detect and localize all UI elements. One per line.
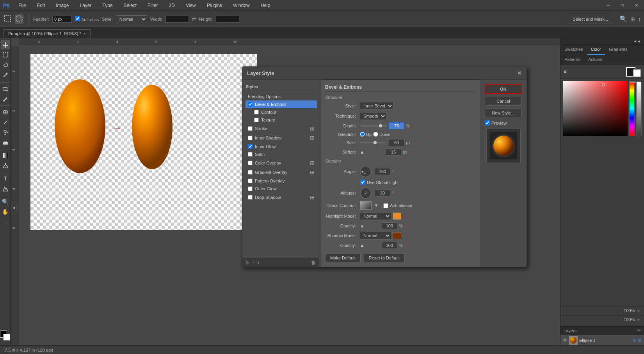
highlight-color-swatch[interactable]	[393, 213, 401, 220]
highlight-opacity-form-label: Opacity:	[325, 223, 358, 228]
contour-checkbox[interactable]	[254, 110, 259, 114]
reset-default-btn[interactable]: Reset to Default	[364, 254, 405, 262]
outer-glow-item[interactable]: Outer Glow	[246, 185, 317, 193]
contour-item[interactable]: Contour	[246, 108, 317, 116]
bevel-settings-panel: Bevel & Emboss Structure Style: Inner Be…	[320, 80, 480, 267]
angle-form-label: Angle:	[325, 169, 358, 174]
color-overlay-checkbox[interactable]	[248, 161, 253, 165]
highlight-opacity-row: Opacity: ▲ % ←	[325, 222, 475, 229]
altitude-input[interactable]	[375, 190, 390, 197]
highlight-opacity-triangle[interactable]: ▲	[360, 223, 365, 229]
highlight-opacity-unit: %	[399, 223, 403, 228]
dialog-close-btn[interactable]: ✕	[517, 70, 522, 76]
outer-glow-checkbox[interactable]	[248, 186, 253, 191]
shadow-opacity-triangle[interactable]: ▲	[360, 243, 365, 248]
size-input[interactable]	[389, 139, 404, 146]
fx-label: fx	[246, 260, 249, 265]
direction-up-radio[interactable]: Up	[360, 132, 372, 137]
stroke-checkbox[interactable]	[248, 126, 253, 131]
shadow-mode-row: Shadow Mode: Normal ←	[325, 232, 475, 240]
direction-down-radio[interactable]: Down	[373, 132, 390, 137]
soften-slider-container: ▲	[360, 149, 365, 155]
color-overlay-add-icon[interactable]: ⊞	[310, 160, 315, 166]
direction-row: Direction: Up Down	[325, 132, 475, 137]
size-slider[interactable]	[360, 142, 387, 143]
cancel-button[interactable]: Cancel	[485, 97, 522, 105]
depth-input[interactable]	[389, 122, 404, 129]
styles-header: Styles	[246, 83, 317, 91]
direction-form-label: Direction:	[325, 132, 358, 137]
dialog-title: Layer Style	[247, 70, 274, 76]
drop-shadow-add-icon[interactable]: ⊞	[310, 194, 315, 200]
depth-slider[interactable]	[360, 125, 387, 127]
size-unit: px	[406, 140, 411, 145]
fx-bar: fx ↑ ↓ 🗑	[242, 258, 319, 267]
stroke-item[interactable]: Stroke ⊞	[246, 124, 317, 133]
shadow-opacity-form-label: Opacity:	[325, 243, 358, 248]
gloss-contour-preview[interactable]	[360, 201, 372, 210]
preview-checkbox-container: Preview	[485, 120, 522, 125]
pattern-overlay-item[interactable]: Pattern Overlay	[246, 177, 317, 185]
altitude-form-label: Altitude:	[325, 191, 358, 195]
inner-shadow-checkbox[interactable]	[248, 136, 253, 140]
new-style-button[interactable]: New Style...	[485, 109, 522, 117]
layer-style-dialog: Layer Style ✕ Styles Blending Options Be…	[242, 66, 527, 267]
highlight-opacity-input[interactable]	[382, 222, 397, 229]
highlight-mode-form-label: Highlight Mode:	[325, 214, 358, 218]
fx-remove-icon[interactable]: ↓	[258, 260, 260, 265]
depth-form-label: Depth:	[325, 123, 358, 128]
drop-shadow-checkbox[interactable]	[248, 195, 253, 200]
bevel-emboss-item[interactable]: Bevel & Emboss	[246, 100, 317, 108]
dialog-action-buttons: OK Cancel New Style... Preview	[480, 80, 527, 267]
anti-aliased-label[interactable]: Anti-aliased	[383, 203, 412, 208]
angle-input[interactable]	[375, 168, 390, 175]
global-light-checkbox[interactable]	[360, 180, 365, 185]
stroke-add-icon[interactable]: ⊞	[310, 125, 315, 132]
ok-button[interactable]: OK	[485, 84, 522, 94]
depth-row: Depth: % ←	[325, 122, 475, 129]
inner-glow-checkbox[interactable]	[248, 144, 253, 149]
bevel-style-select[interactable]: Inner Bevel	[360, 102, 393, 110]
technique-select[interactable]: Smooth	[360, 112, 386, 120]
shadow-opacity-unit: %	[399, 243, 403, 248]
depth-arrow: ←	[413, 123, 418, 129]
altitude-circle[interactable]	[360, 187, 372, 199]
pattern-overlay-checkbox[interactable]	[248, 179, 253, 183]
inner-shadow-item[interactable]: Inner Shadow ⊞	[246, 133, 317, 143]
fx-delete-icon[interactable]: 🗑	[311, 260, 316, 265]
satin-checkbox[interactable]	[248, 152, 253, 157]
texture-item[interactable]: Texture	[246, 116, 317, 124]
soften-input[interactable]	[386, 148, 401, 156]
altitude-arrow: ←	[397, 190, 402, 196]
fx-add-icon[interactable]: ↑	[252, 260, 254, 265]
soften-row: Soften: ▲ px ←	[325, 148, 475, 156]
satin-item[interactable]: Satin	[246, 150, 317, 158]
angle-circle[interactable]	[360, 166, 372, 177]
gradient-overlay-item[interactable]: Gradient Overlay ⊞	[246, 168, 317, 177]
gloss-dropdown-icon[interactable]: ▼	[374, 203, 379, 208]
shading-section: Shading	[325, 159, 475, 163]
make-default-btn[interactable]: Make Default	[325, 254, 361, 262]
blending-options-item[interactable]: Blending Options	[246, 93, 317, 100]
structure-section: Structure	[325, 95, 475, 100]
global-light-label[interactable]: Use Global Light	[360, 180, 398, 185]
shadow-mode-select[interactable]: Normal	[360, 232, 391, 240]
angle-arrow: ←	[397, 168, 402, 175]
gradient-overlay-add-icon[interactable]: ⊞	[310, 169, 315, 175]
shadow-opacity-input[interactable]	[382, 242, 397, 249]
inner-shadow-add-icon[interactable]: ⊞	[310, 135, 315, 141]
color-overlay-item[interactable]: Color Overlay ⊞	[246, 158, 317, 168]
gradient-overlay-checkbox[interactable]	[248, 170, 253, 175]
inner-glow-item[interactable]: Inner Glow	[246, 143, 317, 150]
drop-shadow-item[interactable]: Drop Shadow ⊞	[246, 193, 317, 202]
highlight-mode-select[interactable]: Normal	[360, 212, 391, 220]
action-buttons-row: Make Default Reset to Default	[325, 254, 475, 262]
preview-thumbnail	[486, 129, 521, 163]
shadow-color-swatch[interactable]	[393, 232, 401, 239]
technique-form-label: Technique:	[325, 114, 358, 118]
bevel-emboss-checkbox[interactable]	[248, 102, 253, 107]
texture-checkbox[interactable]	[254, 118, 259, 122]
soften-triangle[interactable]: ▲	[360, 149, 365, 155]
anti-aliased-checkbox[interactable]	[383, 203, 388, 208]
preview-checkbox[interactable]	[485, 120, 490, 125]
